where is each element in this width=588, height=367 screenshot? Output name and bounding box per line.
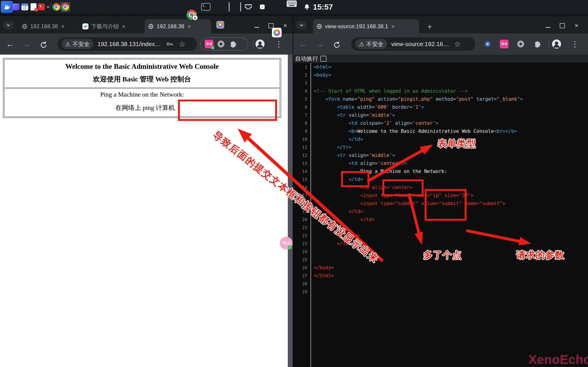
code-line: 28: [293, 280, 588, 288]
tab-1[interactable]: 192.168.38 ×: [18, 19, 76, 33]
maximize-button[interactable]: [558, 22, 567, 30]
password-key-icon[interactable]: [166, 41, 174, 47]
terminal-tray-icon[interactable]: $_: [201, 3, 210, 10]
tab-close-icon[interactable]: ×: [61, 23, 65, 30]
code-line: 21: [293, 224, 588, 232]
taskbar-chevron-down-icon[interactable]: [46, 5, 50, 9]
line-wrap-bar: 自动换行: [293, 55, 588, 63]
page-title-en: Welcome to the Basic Administrative Web …: [3, 62, 281, 71]
workspace-separator: [135, 1, 135, 12]
input-method-icon-inactive[interactable]: [216, 21, 224, 29]
bookmark-star-icon[interactable]: ☆: [179, 40, 186, 48]
gutter-separator: [311, 63, 311, 367]
translate-extension-icon[interactable]: 中A ✓: [205, 40, 213, 48]
globe-icon: [148, 23, 154, 29]
browser-menu-button[interactable]: ⋮: [569, 38, 581, 50]
web-page: Welcome to the Basic Administrative Web …: [0, 55, 293, 367]
minimize-button[interactable]: [544, 22, 553, 30]
browser-window-left: 192.168.38 × 下载与介绍 × 192.168.38 × +: [0, 16, 293, 367]
green-tray-glyph: ✓: [261, 5, 264, 9]
keyboard-layout-icon[interactable]: [287, 0, 297, 7]
code-line: 11 </tr>: [293, 143, 588, 151]
green-tray-icon[interactable]: ✓: [260, 5, 265, 9]
chrome-window-button-2[interactable]: [60, 2, 70, 12]
translate-glyph: 中A: [206, 42, 212, 47]
security-chip-label: 不安全: [366, 40, 383, 48]
extensions-puzzle-icon[interactable]: [229, 40, 237, 48]
adblock-ring-icon[interactable]: [216, 40, 225, 48]
code-line: 5 <form name="ping" action="pingit.php" …: [293, 95, 588, 103]
app-icon-purple[interactable]: [13, 3, 19, 10]
chrome-window-count-badge: 2: [192, 15, 198, 21]
code-line: 10 </td>: [293, 135, 588, 143]
left-toolbar: ← → ⚠ 不安全 192.168.38.131/index… ☆ 中A ✓: [0, 33, 293, 55]
line-wrap-label: 自动换行: [295, 55, 318, 62]
tray-separator: [229, 2, 229, 11]
profile-avatar[interactable]: [550, 38, 563, 50]
network-ethernet-icon[interactable]: [244, 3, 253, 11]
text-editor-icon[interactable]: !: [31, 3, 36, 10]
code-line: 23 </form>: [293, 240, 588, 248]
close-window-button[interactable]: ×: [572, 22, 581, 30]
workspace-separator: [159, 1, 160, 12]
browser-menu-button[interactable]: ⋮: [272, 38, 285, 50]
security-chip[interactable]: ⚠ 不安全: [61, 39, 93, 49]
code-line: 24: [293, 248, 588, 256]
code-line: 8 <td colspan='2' align='center'>: [293, 119, 588, 127]
clock[interactable]: 15:57: [314, 2, 332, 11]
tray-separator-2: [240, 2, 241, 11]
reload-button[interactable]: [37, 38, 50, 50]
chrome-window-button-1[interactable]: [52, 3, 60, 11]
input-method-icon-active[interactable]: [272, 28, 282, 37]
extensions-puzzle-icon[interactable]: [533, 40, 542, 48]
left-scrollbar[interactable]: [288, 55, 293, 367]
tab-search-button[interactable]: [296, 21, 307, 29]
back-button[interactable]: ←: [4, 38, 17, 50]
back-button[interactable]: ←: [297, 38, 310, 50]
translate-floating-button[interactable]: 中A ✓: [280, 237, 293, 250]
view-source-tab[interactable]: view-source:192.168.38.1 ×: [313, 19, 419, 33]
translate-check-icon: ✓: [211, 46, 215, 50]
profile-avatar[interactable]: [254, 38, 267, 50]
code-line: 25: [293, 256, 588, 264]
workspace-separator: [97, 1, 97, 12]
security-chip[interactable]: ⚠ 不安全: [355, 39, 387, 49]
browser-window-right: view-source:192.168.38.1 × + × ← → ⚠ 不安全…: [293, 16, 588, 367]
forward-button[interactable]: →: [313, 38, 326, 50]
right-toolbar: ← → ⚠ 不安全 view-source:192.16… ☆ 中A: [293, 33, 588, 55]
file-manager-icon-line2: [23, 8, 27, 9]
translate-fab-glyph: 中A: [283, 240, 290, 246]
tab-close-icon[interactable]: ×: [391, 23, 395, 30]
file-manager-icon[interactable]: [21, 3, 28, 10]
kali-menu-button[interactable]: [1, 1, 13, 13]
chrome-tray-icon[interactable]: 2: [187, 10, 197, 20]
forward-button[interactable]: →: [20, 38, 33, 50]
minimize-button[interactable]: [252, 22, 261, 30]
new-tab-button[interactable]: +: [426, 23, 434, 31]
page-title-zh: 欢迎使用 Basic 管理 Web 控制台: [3, 75, 281, 84]
line-wrap-checkbox[interactable]: [320, 56, 326, 62]
tab-close-icon[interactable]: ×: [187, 23, 191, 30]
blue-extension-icon[interactable]: [483, 40, 492, 48]
security-chip-label: 不安全: [72, 40, 90, 48]
code-line: 18 <input type="submit" value="submit" n…: [293, 200, 588, 208]
address-bar[interactable]: ⚠ 不安全 192.168.38.131/index… ☆: [57, 37, 197, 51]
close-window-button[interactable]: ×: [281, 22, 290, 30]
tab-close-icon[interactable]: ×: [122, 23, 125, 30]
tab-title: 192.168.38: [30, 23, 58, 30]
address-bar[interactable]: ⚠ 不安全 view-source:192.16… ☆: [351, 37, 475, 51]
terminal-tray-glyph: $_: [203, 4, 206, 7]
adblock-ring-icon[interactable]: [516, 40, 525, 48]
tab-2[interactable]: 下载与介绍 ×: [79, 19, 142, 33]
sprout-favicon: [82, 23, 88, 29]
reload-button[interactable]: [330, 38, 343, 50]
tab-3-active[interactable]: 192.168.38 ×: [145, 19, 211, 33]
url-text: 192.168.38.131/index…: [97, 41, 161, 48]
notifications-bell-icon[interactable]: [303, 3, 311, 11]
extensions-group: 中A ✓: [200, 37, 248, 51]
tab-search-button[interactable]: [3, 21, 13, 29]
code-line: 22 </table>: [293, 232, 588, 240]
terminal-icon[interactable]: $_: [38, 3, 45, 10]
bookmark-star-icon[interactable]: ☆: [454, 40, 461, 48]
translate-extension-icon[interactable]: 中A: [500, 40, 509, 48]
